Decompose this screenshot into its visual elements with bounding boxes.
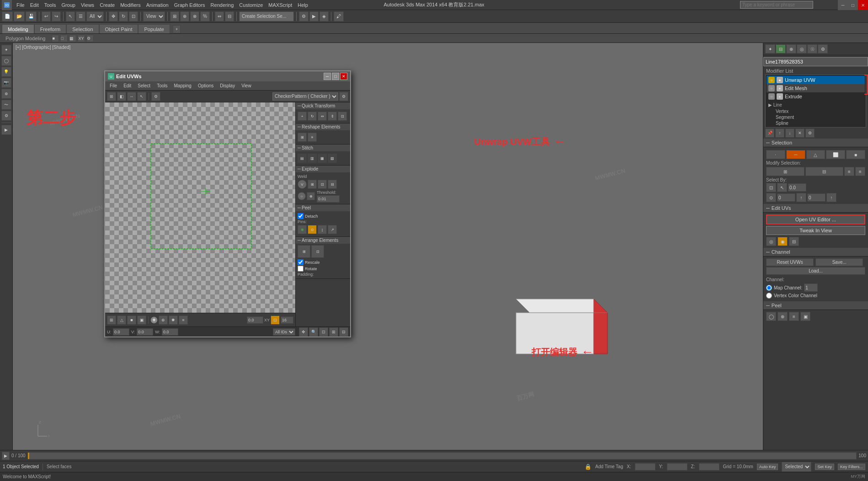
close-button[interactable]: ✕ bbox=[858, 0, 868, 10]
dlg-menu-display[interactable]: Display bbox=[217, 83, 238, 88]
mod-sel-btn1[interactable]: ⊞ bbox=[766, 167, 804, 176]
subtab-settings[interactable]: ⚙ bbox=[86, 35, 94, 42]
lt-shapes[interactable]: ◯ bbox=[1, 56, 11, 66]
mod-delete-btn[interactable]: ✕ bbox=[795, 128, 804, 138]
dlg-menu-view[interactable]: View bbox=[239, 83, 254, 88]
menu-tools[interactable]: Tools bbox=[42, 0, 59, 10]
checker-pattern-select[interactable]: CheckerPattern ( Checker ) bbox=[272, 92, 338, 101]
qt-rotate-icon[interactable]: ↻ bbox=[308, 112, 317, 121]
dlg-u-input[interactable] bbox=[113, 328, 129, 336]
stitch-icon1[interactable]: ▤ bbox=[298, 154, 307, 163]
tweak-in-view-button[interactable]: Tweak In View bbox=[766, 226, 865, 235]
menu-group[interactable]: Group bbox=[59, 0, 78, 10]
timeline-play-btn[interactable]: ▶ bbox=[2, 452, 10, 460]
menu-customize[interactable]: Customize bbox=[236, 0, 266, 10]
open-uv-editor-button[interactable]: Open UV Editor ... bbox=[766, 214, 865, 224]
material-editor-button[interactable]: ◈ bbox=[320, 11, 329, 21]
dlg-bottom-btn1[interactable]: ⊞ bbox=[107, 315, 116, 325]
tab-populate[interactable]: Populate bbox=[138, 24, 170, 33]
modifier-edit-mesh[interactable]: ○ ● Edit Mesh bbox=[767, 84, 865, 92]
arrange-icon1[interactable]: ⊞ bbox=[298, 245, 310, 258]
mod-cfg-btn[interactable]: ⚙ bbox=[805, 128, 815, 138]
dlg-coord-value[interactable] bbox=[247, 316, 263, 324]
mod-sel-btn3[interactable]: ≡ bbox=[844, 167, 854, 176]
sel-face-btn[interactable]: △ bbox=[806, 150, 825, 159]
rescale-checkbox[interactable] bbox=[298, 259, 304, 265]
align-button[interactable]: ⊟ bbox=[225, 11, 234, 21]
tab-selection[interactable]: Selection bbox=[66, 24, 99, 33]
mod-sel-btn4[interactable]: ≡ bbox=[855, 167, 865, 176]
minimize-button[interactable]: ─ bbox=[838, 0, 848, 10]
viewport[interactable]: [+] [Orthographic] [Shaded] 第二步 MWMW.CN … bbox=[13, 43, 763, 469]
dialog-canvas[interactable]: ⊞ △ ■ ▣ + ⊕ ✺ ≡ XY ⊡ bbox=[105, 102, 295, 326]
reset-uvws-button[interactable]: Reset UVWs bbox=[766, 258, 814, 266]
sub-spline[interactable]: Spline bbox=[767, 120, 865, 126]
peel-section-header[interactable]: ─ Peel bbox=[763, 301, 868, 310]
mod-pin-btn[interactable]: 📌 bbox=[765, 128, 774, 138]
qt-move-icon[interactable]: + bbox=[298, 112, 307, 121]
rp-create-icon[interactable]: ✦ bbox=[765, 44, 775, 53]
reshape-header[interactable]: ─ Reshape Elements bbox=[296, 123, 350, 130]
rotate-checkbox[interactable] bbox=[298, 266, 304, 272]
dlg-pan-btn[interactable]: ✥ bbox=[299, 327, 308, 337]
dlg-menu-select[interactable]: Select bbox=[135, 83, 153, 88]
subtab-btn3[interactable]: ▦ bbox=[69, 35, 76, 42]
rp-motion-icon[interactable]: ◎ bbox=[797, 44, 807, 53]
angle-snap-button[interactable]: ⊗ bbox=[190, 11, 199, 21]
dlg-menu-file[interactable]: File bbox=[107, 83, 120, 88]
snap-toggle-button[interactable]: ⊕ bbox=[180, 11, 189, 21]
stitch-icon3[interactable]: ▦ bbox=[318, 154, 327, 163]
select-by-input2[interactable] bbox=[777, 193, 795, 202]
dlg-v-input[interactable] bbox=[137, 328, 153, 336]
select-by-spin-up[interactable]: ↑ bbox=[796, 193, 806, 202]
select-by-input1[interactable] bbox=[788, 183, 806, 192]
select-by-btn3[interactable]: ⊙ bbox=[766, 193, 776, 202]
dialog-close-button[interactable]: ✕ bbox=[340, 73, 347, 80]
reshape-icon1[interactable]: ⊞ bbox=[298, 133, 307, 142]
mod-up-btn[interactable]: ↑ bbox=[775, 128, 784, 138]
select-by-btn1[interactable]: ⊡ bbox=[766, 183, 776, 192]
scale-button[interactable]: ⊡ bbox=[129, 11, 138, 21]
search-input[interactable] bbox=[740, 1, 813, 9]
lt-systems[interactable]: ⚙ bbox=[1, 111, 11, 121]
lt-cameras[interactable]: 📷 bbox=[1, 78, 11, 88]
edit-uvs-section-header[interactable]: ─ Edit UVs bbox=[763, 204, 868, 213]
stitch-icon4[interactable]: ▧ bbox=[328, 154, 337, 163]
modifier-extrude[interactable]: ○ ● Extrude bbox=[767, 92, 865, 101]
select-by-spin-up2[interactable]: ↑ bbox=[826, 193, 836, 202]
dlg-menu-options[interactable]: Options bbox=[195, 83, 216, 88]
sel-edge-btn[interactable]: ─ bbox=[786, 150, 805, 159]
dlg-grid-value[interactable] bbox=[281, 316, 293, 324]
lt-spacewarps[interactable]: 〜 bbox=[1, 100, 11, 110]
auto-key-button[interactable]: Auto Key bbox=[757, 464, 778, 470]
name-color-button[interactable]: 🖍 bbox=[334, 11, 344, 21]
uv-icon2[interactable]: ◉ bbox=[777, 237, 788, 246]
mirror-button[interactable]: ⇔ bbox=[215, 11, 224, 21]
lt-create[interactable]: ✦ bbox=[1, 45, 11, 55]
peel-icon1[interactable]: ◯ bbox=[766, 312, 776, 321]
redo-button[interactable]: ↪ bbox=[52, 11, 61, 21]
tab-modeling[interactable]: Modeling bbox=[2, 24, 34, 33]
dlg-menu-mapping[interactable]: Mapping bbox=[171, 83, 194, 88]
mod-sel-btn2[interactable]: ⊟ bbox=[805, 167, 844, 176]
stitch-header[interactable]: ─ Stitch bbox=[296, 144, 350, 151]
subtab-btn4[interactable]: XY bbox=[78, 35, 85, 42]
dlg-zoom-extents[interactable]: ⊡ bbox=[319, 327, 328, 337]
dlg-menu-tools[interactable]: Tools bbox=[154, 83, 170, 88]
quick-transform-header[interactable]: ─ Quick Transform bbox=[296, 102, 350, 109]
undo-button[interactable]: ↩ bbox=[42, 11, 51, 21]
arrange-icon2[interactable]: ⊡ bbox=[311, 245, 324, 258]
menu-animation[interactable]: Animation bbox=[144, 0, 171, 10]
menu-graph-editors[interactable]: Graph Editors bbox=[171, 0, 208, 10]
weld-btn2[interactable]: ⊕ bbox=[307, 192, 315, 200]
lock-icon[interactable]: 🔒 bbox=[585, 464, 591, 470]
dlg-channel-select[interactable]: All IDs bbox=[273, 328, 295, 336]
tab-object-paint[interactable]: Object Paint bbox=[99, 24, 138, 33]
dlg-bottom-btn3[interactable]: ■ bbox=[127, 315, 136, 325]
rotate-button[interactable]: ↻ bbox=[119, 11, 128, 21]
select-by-btn2[interactable]: ↖ bbox=[777, 183, 787, 192]
reference-coord-button[interactable]: ⊞ bbox=[170, 11, 179, 21]
dlg-zoom-btn[interactable]: 🔍 bbox=[309, 327, 318, 337]
dlg-tb-rotate[interactable]: ◧ bbox=[117, 92, 126, 101]
uv-icon3[interactable]: ⊟ bbox=[789, 237, 799, 246]
